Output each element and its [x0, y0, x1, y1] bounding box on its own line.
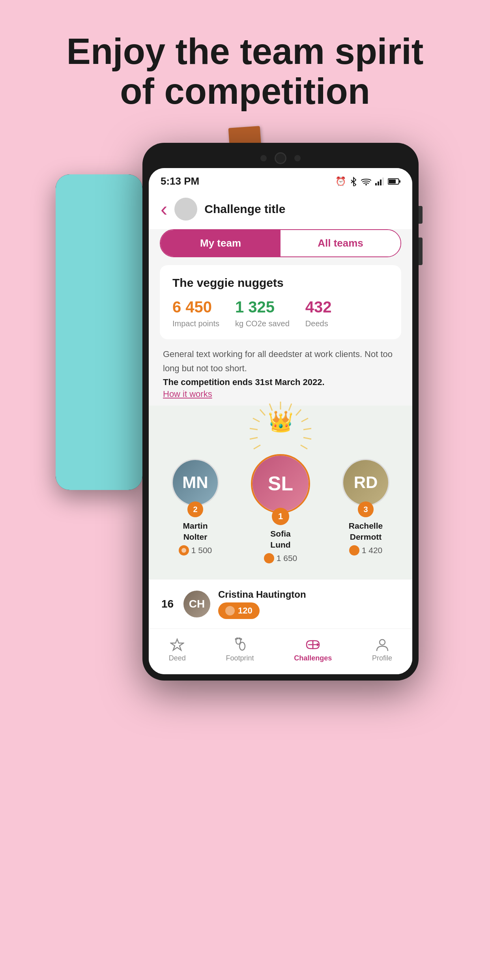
bottom-nav: Deed Footprint	[149, 628, 412, 674]
app-header: ‹ Challenge title	[149, 192, 412, 229]
status-bar: 5:13 PM ⏰	[149, 168, 412, 192]
sofia-name: SofiaLund	[270, 528, 290, 550]
nav-challenges[interactable]: Challenges	[294, 638, 332, 662]
nav-footprint-label: Footprint	[226, 654, 254, 662]
stat-co2: 1 325 kg CO2e saved	[235, 298, 290, 328]
svg-point-28	[380, 640, 385, 645]
svg-line-12	[301, 418, 308, 422]
nav-deed[interactable]: Deed	[169, 638, 186, 662]
nav-challenges-label: Challenges	[294, 654, 332, 662]
co2-value: 1 325	[235, 298, 290, 316]
rank-badge-3: 3	[358, 501, 374, 517]
svg-line-19	[250, 428, 258, 430]
rachelle-avatar: RD	[342, 459, 389, 506]
rachelle-name: RachelleDermott	[349, 520, 383, 542]
martin-points: 1 500	[179, 545, 212, 555]
team-name: The veggie nuggets	[172, 276, 389, 290]
nav-footprint[interactable]: Footprint	[226, 638, 254, 662]
co2-label: kg CO2e saved	[235, 319, 290, 328]
stat-deeds: 432 Deeds	[305, 298, 332, 328]
status-time: 5:13 PM	[161, 175, 199, 187]
svg-line-14	[303, 438, 311, 439]
rank-badge-2: 2	[187, 501, 203, 517]
svg-line-18	[253, 418, 260, 422]
player-3rd: RD 3 RachelleDermott 1 420	[342, 459, 389, 555]
svg-rect-7	[399, 180, 400, 183]
current-user-rank: 16	[161, 598, 176, 610]
current-user-points: 120	[238, 606, 252, 616]
headline-line1: Enjoy the team spirit	[67, 31, 424, 71]
svg-rect-4	[382, 178, 384, 185]
svg-line-15	[301, 445, 307, 449]
svg-point-8	[181, 548, 186, 553]
coin-icon-sofia	[264, 553, 274, 563]
tab-all-teams[interactable]: All teams	[281, 230, 400, 256]
svg-point-27	[240, 638, 242, 640]
rachelle-points: 1 420	[349, 545, 383, 555]
deeds-label: Deeds	[305, 319, 332, 328]
svg-point-23	[239, 642, 245, 650]
svg-rect-6	[389, 180, 396, 183]
svg-line-21	[254, 445, 260, 449]
nav-profile-label: Profile	[372, 654, 392, 662]
martin-avatar: MN	[172, 459, 219, 506]
coin-icon-user	[225, 606, 235, 615]
martin-points-value: 1 500	[191, 546, 212, 555]
svg-rect-2	[378, 181, 379, 185]
footprint-icon	[234, 638, 246, 652]
svg-line-11	[296, 410, 301, 415]
current-user-row: 16 CH Cristina Hautington 120	[149, 579, 412, 628]
nav-deed-label: Deed	[169, 654, 186, 662]
svg-line-17	[260, 410, 265, 415]
headline-line2: of competition	[120, 71, 370, 111]
impact-label: Impact points	[172, 319, 219, 328]
player-2nd: MN 2 MartinNolter 1 500	[172, 459, 219, 555]
tab-my-team[interactable]: My team	[161, 230, 281, 256]
current-user-points-badge: 120	[218, 602, 260, 619]
sofia-points: 1 650	[264, 553, 297, 563]
description-text: General text working for all deedster at…	[163, 347, 398, 389]
svg-rect-1	[375, 183, 377, 185]
svg-point-0	[365, 184, 367, 185]
leaderboard-podium: MN 2 MartinNolter 1 500	[149, 406, 412, 579]
rachelle-points-value: 1 420	[362, 546, 383, 555]
team-stats: 6 450 Impact points 1 325 kg CO2e saved …	[172, 298, 389, 328]
current-user-name: Cristina Hautington	[218, 589, 400, 600]
challenge-avatar	[174, 198, 197, 221]
how-it-works-link[interactable]: How it works	[163, 389, 212, 399]
player-1st: 👑 SL 1 SofiaLund 1 650	[249, 425, 312, 563]
description-section: General text working for all deedster at…	[161, 347, 400, 399]
back-button[interactable]: ‹	[161, 199, 167, 219]
team-stats-card: The veggie nuggets 6 450 Impact points 1…	[160, 265, 401, 339]
status-icons: ⏰	[335, 176, 400, 187]
svg-line-20	[250, 438, 258, 439]
secondary-phone	[56, 174, 142, 490]
martin-name: MartinNolter	[183, 520, 208, 542]
current-user-avatar: CH	[183, 591, 210, 617]
impact-value: 6 450	[172, 298, 219, 316]
page-headline: Enjoy the team spirit of competition	[35, 32, 455, 111]
main-phone: 5:13 PM ⏰	[142, 143, 419, 681]
svg-rect-3	[380, 180, 382, 185]
sofia-points-value: 1 650	[277, 554, 297, 563]
nav-profile[interactable]: Profile	[372, 638, 392, 662]
header-title: Challenge title	[204, 202, 285, 216]
profile-icon	[375, 638, 389, 652]
phone-notch	[149, 149, 412, 168]
crown-area: 👑	[249, 425, 312, 447]
alarm-icon: ⏰	[335, 176, 346, 187]
battery-icon	[388, 178, 400, 185]
svg-line-13	[303, 428, 311, 430]
coin-icon-rachelle	[349, 545, 359, 555]
bluetooth-icon	[350, 177, 357, 186]
wifi-icon	[361, 178, 371, 185]
tab-switcher[interactable]: My team All teams	[160, 229, 401, 257]
challenges-icon	[305, 638, 321, 652]
deed-icon	[170, 638, 184, 652]
phone-screen: 5:13 PM ⏰	[149, 168, 412, 674]
crown-icon: 👑	[268, 410, 294, 434]
competition-end-text: The competition ends 31st March 2022.	[163, 377, 325, 387]
stat-impact: 6 450 Impact points	[172, 298, 219, 328]
deeds-value: 432	[305, 298, 332, 316]
signal-icon	[375, 178, 384, 185]
